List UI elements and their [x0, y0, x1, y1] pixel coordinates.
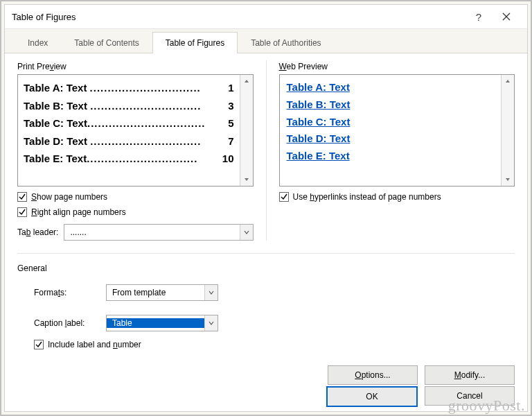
checkbox-label: Include label and number — [48, 340, 141, 349]
general-group: General Formats: From template Caption l… — [17, 263, 515, 349]
caption-label-label: Caption label: — [34, 318, 100, 328]
chevron-down-icon[interactable] — [204, 315, 218, 331]
formats-combo[interactable]: From template — [106, 284, 218, 301]
scroll-down-icon[interactable] — [240, 173, 253, 186]
general-label: General — [17, 263, 515, 273]
check-icon — [35, 341, 42, 348]
dialog-title: Table of Figures — [12, 12, 76, 22]
ok-button[interactable]: OK — [326, 386, 418, 407]
web-preview-label: Web Preview — [279, 62, 515, 71]
check-icon — [19, 209, 26, 216]
options-button[interactable]: Options... — [328, 365, 418, 385]
tab-leader-combo[interactable]: ....... — [64, 224, 253, 241]
tab-table-of-figures[interactable]: Table of Figures — [152, 32, 238, 53]
tab-leader-label: Tab leader: — [17, 227, 58, 237]
web-preview-link[interactable]: Table A: Text — [287, 79, 495, 96]
include-label-checkbox[interactable]: Include label and number — [34, 340, 515, 349]
check-icon — [19, 193, 26, 200]
caption-label-value: Table — [107, 318, 204, 328]
modify-button[interactable]: Modify... — [425, 365, 515, 385]
web-preview-box: Table A: Text Table B: Text Table C: Tex… — [279, 74, 515, 187]
print-preview-scrollbar[interactable] — [240, 75, 253, 186]
button-row-secondary: Options... Modify... — [328, 365, 515, 385]
help-button[interactable]: ? — [465, 5, 493, 28]
tabstrip: Index Table of Contents Table of Figures… — [5, 29, 527, 53]
print-preview-group: Print Preview Table A: Text ............… — [17, 60, 254, 241]
web-preview-link[interactable]: Table E: Text — [287, 148, 495, 165]
button-row-primary: OK Cancel — [326, 386, 515, 407]
web-preview-group: Web Preview Table A: Text Table B: Text … — [279, 60, 515, 202]
formats-label: Formats: — [34, 288, 100, 297]
checkbox-label: Right align page numbers — [31, 207, 126, 217]
print-preview-entry: Table E: Text...........................… — [24, 150, 234, 168]
chevron-down-icon[interactable] — [240, 225, 253, 240]
scroll-up-icon[interactable] — [240, 75, 253, 87]
print-preview-entry: Table A: Text ..........................… — [24, 79, 234, 97]
tab-index[interactable]: Index — [15, 32, 61, 53]
right-align-checkbox[interactable]: Right align page numbers — [17, 207, 254, 217]
web-preview-scrollbar[interactable] — [501, 75, 514, 186]
tab-leader-value: ....... — [64, 227, 239, 237]
web-preview-link[interactable]: Table B: Text — [287, 96, 495, 114]
formats-value: From template — [107, 288, 204, 297]
print-preview-entry: Table C: Text...........................… — [24, 114, 234, 132]
print-preview-box: Table A: Text ..........................… — [17, 74, 254, 187]
vertical-separator — [266, 60, 267, 241]
dialog-table-of-figures: Table of Figures ? Index Table of Conten… — [4, 4, 528, 412]
dialog-body: Print Preview Table A: Text ............… — [5, 53, 527, 411]
separator — [17, 253, 515, 254]
web-preview-link[interactable]: Table C: Text — [287, 114, 495, 131]
scroll-up-icon[interactable] — [502, 75, 514, 87]
titlebar: Table of Figures ? — [5, 5, 527, 29]
tab-table-of-authorities[interactable]: Table of Authorities — [238, 32, 334, 53]
show-page-numbers-checkbox[interactable]: Show page numbers — [17, 192, 254, 202]
cancel-button[interactable]: Cancel — [425, 386, 515, 406]
print-preview-label: Print Preview — [17, 62, 254, 71]
checkbox-label: Use hyperlinks instead of page numbers — [293, 192, 441, 202]
print-preview-entry: Table D: Text ..........................… — [24, 132, 234, 150]
close-icon — [502, 12, 511, 21]
checkbox-label: Show page numbers — [31, 192, 107, 202]
use-hyperlinks-checkbox[interactable]: Use hyperlinks instead of page numbers — [279, 192, 515, 202]
close-button[interactable] — [493, 5, 520, 28]
tab-table-of-contents[interactable]: Table of Contents — [61, 32, 152, 53]
check-icon — [281, 193, 287, 200]
web-preview-link[interactable]: Table D: Text — [287, 130, 495, 148]
caption-label-combo[interactable]: Table — [106, 315, 218, 331]
chevron-down-icon[interactable] — [204, 285, 218, 300]
scroll-down-icon[interactable] — [502, 173, 514, 186]
print-preview-entry: Table B: Text ..........................… — [24, 97, 234, 115]
